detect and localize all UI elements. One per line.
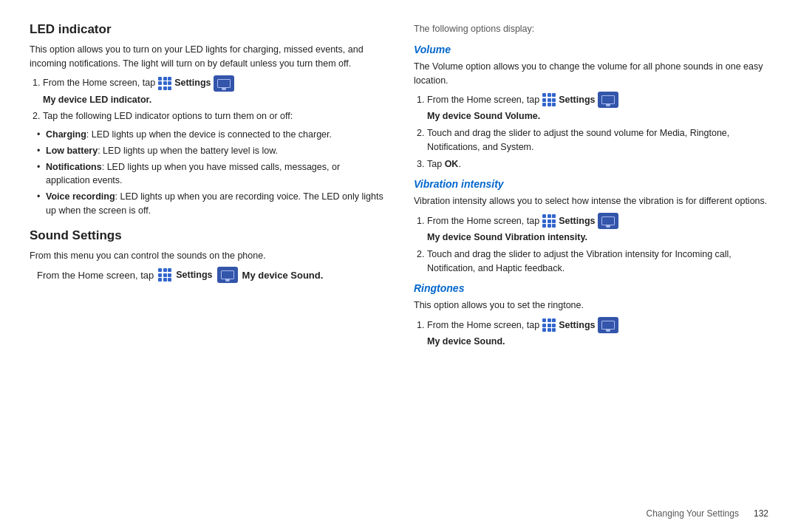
vibration-step1: From the Home screen, tap Settings My de…: [427, 213, 768, 245]
my-device-icon-volume: [598, 92, 618, 108]
volume-step1-pre: From the Home screen, tap: [427, 93, 539, 107]
ringtones-title: Ringtones: [414, 282, 768, 294]
footer-page: 132: [754, 508, 768, 519]
ringtones-step1-path: My device Sound.: [427, 336, 505, 347]
bullet-notifications: Notifications: LED lights up when you ha…: [37, 160, 384, 188]
my-device-icon-sound: [217, 267, 238, 283]
volume-step3: Tap OK.: [427, 157, 768, 171]
sound-step-settings: Settings: [176, 270, 212, 280]
led-step1: From the Home screen, tap Settings My de…: [43, 75, 384, 107]
led-step1-settings: Settings: [174, 76, 211, 90]
led-desc: This option allows you to turn on your L…: [30, 43, 384, 71]
volume-desc: The Volume option allows you to change t…: [414, 60, 768, 88]
apps-icon-volume: [542, 93, 556, 106]
ringtones-step1-pre: From the Home screen, tap: [427, 318, 539, 332]
ringtones-step1-settings: Settings: [559, 318, 595, 332]
volume-step2: Touch and drag the slider to adjust the …: [427, 126, 768, 154]
volume-step1-settings: Settings: [559, 93, 595, 107]
vibration-step1-settings: Settings: [559, 214, 595, 228]
led-step2: Tap the following LED indicator options …: [43, 109, 384, 123]
vibration-step1-pre: From the Home screen, tap: [427, 214, 539, 228]
sound-step-pre: From the Home screen, tap: [37, 270, 154, 281]
right-intro: The following options display:: [414, 22, 768, 36]
led-bullets: Charging: LED lights up when the device …: [30, 128, 384, 218]
vibration-step1-path: My device Sound Vibration intensity.: [427, 232, 587, 242]
bullet-low-battery: Low battery: LED lights up when the batt…: [37, 144, 384, 158]
apps-icon-ringtones: [542, 318, 556, 332]
led-indicator-title: LED indicator: [30, 22, 384, 37]
vibration-desc: Vibration intensity allows you to select…: [414, 194, 768, 208]
volume-step1: From the Home screen, tap Settings My de…: [427, 92, 768, 123]
sound-step-row: From the Home screen, tap Settings My de…: [30, 267, 384, 283]
bullet-charging: Charging: LED lights up when the device …: [37, 128, 384, 142]
led-step1-pre: From the Home screen, tap: [43, 76, 155, 90]
sound-settings-title: Sound Settings: [30, 228, 384, 243]
volume-step1-path: My device Sound Volume.: [427, 111, 540, 121]
apps-icon-sound: [158, 268, 171, 282]
vibration-intensity-title: Vibration intensity: [414, 178, 768, 190]
footer-section: Changing Your Settings: [647, 508, 739, 519]
ringtones-desc: This option allows you to set the ringto…: [414, 299, 768, 313]
ringtones-step1: From the Home screen, tap Settings My de…: [427, 317, 768, 349]
bullet-voice-recording: Voice recording: LED lights up when you …: [37, 190, 384, 218]
sound-desc: From this menu you can control the sound…: [30, 249, 384, 263]
left-column: LED indicator This option allows you to …: [30, 22, 384, 517]
volume-title: Volume: [414, 44, 768, 55]
right-column: The following options display: Volume Th…: [414, 22, 768, 517]
my-device-icon: [214, 75, 234, 92]
my-device-icon-vibration: [598, 213, 618, 229]
footer: Changing Your Settings 132: [647, 508, 768, 519]
led-step1-path: My device LED indicator.: [43, 95, 151, 105]
my-device-icon-ringtones: [598, 317, 618, 333]
apps-icon: [158, 77, 171, 90]
vibration-step2: Touch and drag the slider to adjust the …: [427, 248, 768, 276]
sound-step-path: My device Sound.: [242, 270, 324, 281]
apps-icon-vibration: [542, 214, 556, 228]
